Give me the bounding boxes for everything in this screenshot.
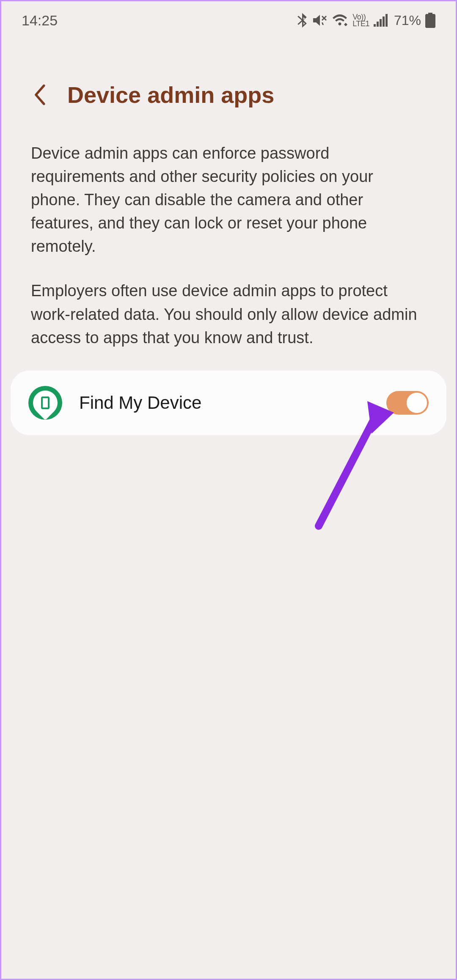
find-my-device-icon	[28, 386, 62, 420]
status-bar: 14:25 Vo)) LTE1 71%	[1, 1, 456, 39]
page-header: Device admin apps	[1, 39, 456, 129]
status-icons: Vo)) LTE1 71%	[297, 13, 435, 28]
svg-rect-0	[427, 19, 434, 27]
description-p2: Employers often use device admin apps to…	[31, 279, 426, 349]
page-title: Device admin apps	[67, 82, 274, 108]
mute-icon	[312, 13, 327, 28]
app-name: Find My Device	[79, 393, 369, 413]
app-row[interactable]: Find My Device	[11, 371, 446, 435]
description-p1: Device admin apps can enforce password r…	[31, 142, 426, 258]
signal-icon	[374, 14, 388, 27]
battery-percent: 71%	[394, 13, 421, 28]
back-icon[interactable]	[32, 83, 47, 106]
description-block: Device admin apps can enforce password r…	[1, 129, 456, 350]
volte-icon: Vo)) LTE1	[352, 14, 369, 27]
status-time: 14:25	[22, 12, 58, 29]
bluetooth-icon	[297, 13, 308, 28]
toggle-knob	[406, 392, 428, 414]
app-toggle[interactable]	[386, 391, 429, 415]
wifi-icon	[331, 14, 348, 27]
battery-icon	[425, 13, 435, 28]
